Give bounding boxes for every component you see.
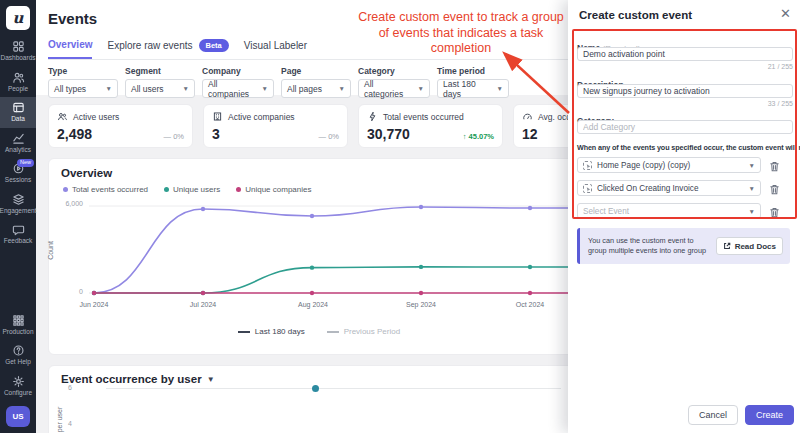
x-tick: Jul 2024 [178, 301, 228, 308]
engagement-icon [12, 193, 25, 206]
x-tick: Sep 2024 [396, 301, 446, 308]
sidebar-item-sessions[interactable]: New Sessions [0, 158, 36, 189]
sidebar: u Dashboards People Data Analytics New S… [0, 0, 36, 433]
filter-label: Time period [437, 66, 509, 76]
production-icon [12, 314, 25, 327]
sidebar-item-configure[interactable]: Configure [0, 371, 36, 402]
chevron-down-icon: ▼ [418, 85, 424, 92]
legend-dot [63, 187, 68, 192]
chevron-down-icon: ▼ [207, 375, 215, 384]
tab-label: Explore raw events [107, 40, 192, 51]
filter-label: Category [358, 66, 430, 76]
filter-value: All users [131, 84, 164, 94]
filter-label: Company [202, 66, 274, 76]
cancel-button[interactable]: Cancel [688, 405, 738, 425]
stat-card-active-users: Active users 2,498— 0% [48, 104, 193, 148]
event-name: Clicked On Creating Invoice [597, 184, 744, 193]
filter-time-period-select[interactable]: Last 180 days▼ [437, 79, 509, 98]
chevron-down-icon: ▼ [497, 85, 503, 92]
gear-icon [12, 375, 25, 388]
y-axis-tick: 0 [57, 288, 83, 295]
legend-label: Unique users [173, 185, 220, 194]
user-avatar[interactable]: US [6, 406, 30, 427]
sidebar-item-label: Dashboards [0, 55, 35, 62]
chart-footer-legend: Last 180 days Previous Period [49, 327, 589, 336]
stat-delta: — 0% [319, 132, 339, 141]
filter-company-select[interactable]: All companies▼ [202, 79, 274, 98]
event-occurrence-title[interactable]: Event occurrence by user▼ [61, 373, 215, 385]
event-name: Home Page (copy) (copy) [597, 161, 744, 170]
footer-legend-previous[interactable]: Previous Period [327, 327, 400, 336]
sidebar-item-analytics[interactable]: Analytics [0, 128, 36, 159]
legend-item: Unique users [164, 185, 220, 194]
sidebar-item-label: Analytics [5, 147, 31, 154]
name-input[interactable] [577, 47, 793, 61]
y-axis-tick: 6,000 [57, 200, 83, 207]
legend-dot [164, 187, 169, 192]
stat-card-total-events: Total events occurred 30,770↑ 45.07% [358, 104, 503, 148]
sidebar-item-label: Data [11, 116, 25, 123]
labeled-event-icon [583, 184, 592, 193]
create-button[interactable]: Create [745, 405, 794, 425]
sidebar-item-people[interactable]: People [0, 67, 36, 98]
description-input[interactable] [577, 84, 793, 98]
app-logo[interactable]: u [6, 6, 30, 30]
event-row: Clicked On Creating Invoice ▼ [577, 180, 781, 196]
tab-overview[interactable]: Overview [48, 39, 92, 59]
trash-icon[interactable] [768, 159, 781, 172]
sidebar-item-label: Sessions [5, 177, 31, 184]
tab-visual-labeler[interactable]: Visual Labeler [244, 40, 307, 58]
filter-category-select[interactable]: All categories▼ [358, 79, 430, 98]
stat-value: 12 [522, 126, 538, 142]
solid-line-swatch [238, 331, 250, 333]
stat-value: 3 [212, 126, 220, 142]
filter-label: Segment [125, 66, 195, 76]
trash-icon[interactable] [768, 182, 781, 195]
filter-value: Last 180 days [443, 79, 491, 99]
stat-delta: ↑ 45.07% [463, 132, 494, 141]
close-icon[interactable]: ✕ [780, 6, 791, 21]
lightning-icon [367, 111, 378, 122]
overview-chart-card: Overview Total events occurred Unique us… [48, 158, 608, 355]
help-icon [12, 344, 25, 357]
sidebar-item-get-help[interactable]: Get Help [0, 340, 36, 371]
data-icon [12, 101, 25, 114]
sidebar-item-feedback[interactable]: Feedback [0, 219, 36, 250]
trash-icon[interactable] [768, 205, 781, 218]
sidebar-item-label: Production [2, 329, 33, 336]
labeled-event-icon [583, 161, 592, 170]
dashed-line-swatch [327, 331, 339, 333]
event-select-2[interactable]: Clicked On Creating Invoice ▼ [577, 180, 761, 196]
event-row: Select Event ▼ [577, 203, 781, 219]
legend-item: Unique companies [236, 185, 311, 194]
filter-value: All companies [208, 79, 256, 99]
footer-legend-current[interactable]: Last 180 days [238, 327, 305, 336]
new-badge: New [17, 159, 34, 167]
footer-legend-label: Last 180 days [255, 327, 305, 336]
legend-dot [236, 187, 241, 192]
sidebar-item-production[interactable]: Production [0, 310, 36, 341]
filter-segment-select[interactable]: All users▼ [125, 79, 195, 98]
sidebar-item-label: Feedback [4, 238, 33, 245]
stat-label: Active companies [228, 112, 295, 122]
gauge-icon [522, 111, 533, 122]
chart-legend: Total events occurred Unique users Uniqu… [63, 185, 311, 194]
tab-explore-raw-events[interactable]: Explore raw eventsBeta [107, 39, 228, 59]
chart-title: Event occurrence by user [61, 373, 202, 385]
sidebar-item-data[interactable]: Data [0, 97, 36, 128]
category-input[interactable] [577, 120, 793, 134]
chevron-down-icon: ▼ [749, 208, 755, 215]
filter-page-select[interactable]: All pages▼ [281, 79, 351, 98]
sidebar-item-engagement[interactable]: Engagement [0, 189, 36, 220]
event-select-3[interactable]: Select Event ▼ [577, 203, 761, 219]
read-docs-button[interactable]: Read Docs [716, 237, 783, 255]
sidebar-item-dashboards[interactable]: Dashboards [0, 36, 36, 67]
filter-type-select[interactable]: All types▼ [48, 79, 118, 98]
sidebar-item-label: Get Help [5, 359, 31, 366]
chevron-down-icon: ▼ [749, 162, 755, 169]
legend-label: Total events occurred [72, 185, 148, 194]
filter-label: Page [281, 66, 351, 76]
chart-title: Overview [61, 167, 112, 179]
event-select-1[interactable]: Home Page (copy) (copy) ▼ [577, 157, 761, 173]
chevron-down-icon: ▼ [262, 85, 268, 92]
